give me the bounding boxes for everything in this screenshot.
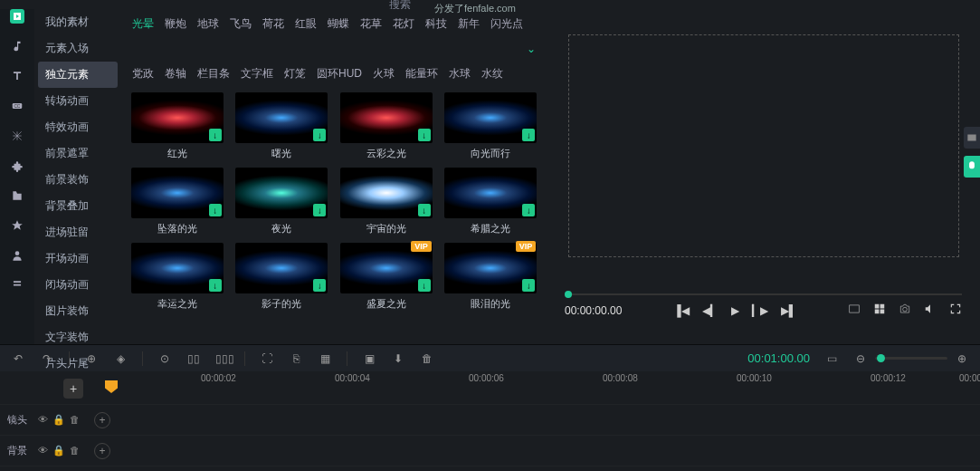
lock-icon[interactable]: 🔒: [52, 445, 65, 457]
add-track-button[interactable]: +: [63, 379, 83, 399]
marker-icon[interactable]: ◈: [113, 352, 128, 365]
thumbnail-card[interactable]: ↓向光而行: [442, 92, 540, 160]
tab[interactable]: 新年: [458, 16, 480, 32]
thumbnail-card[interactable]: ↓VIP眼泪的光: [442, 243, 540, 311]
download-icon[interactable]: ↓: [209, 279, 222, 292]
person-icon[interactable]: [10, 248, 24, 263]
zoom-in-icon[interactable]: ⊕: [955, 352, 969, 365]
delete-icon[interactable]: 🗑: [420, 352, 434, 365]
visibility-icon[interactable]: 👁: [38, 414, 48, 426]
thumbnail-image[interactable]: ↓VIP: [340, 243, 433, 293]
more-icon[interactable]: [10, 278, 24, 293]
download-icon[interactable]: ↓: [522, 204, 535, 216]
add-clip-button[interactable]: +: [94, 443, 110, 459]
tab[interactable]: 党政: [132, 66, 154, 82]
tab[interactable]: 花草: [360, 16, 382, 32]
tab[interactable]: 鞭炮: [165, 16, 186, 32]
thumbnail-card[interactable]: ↓红光: [128, 92, 226, 160]
add-icon[interactable]: ⊕: [84, 352, 99, 365]
visibility-icon[interactable]: 👁: [38, 445, 48, 457]
image-icon[interactable]: ▣: [362, 352, 376, 365]
zoom-handle[interactable]: [877, 354, 885, 362]
download-icon[interactable]: ↓: [209, 204, 222, 216]
download-icon[interactable]: ↓: [313, 129, 326, 141]
crop-icon[interactable]: ⛶: [260, 352, 274, 365]
fit-icon[interactable]: ▭: [824, 352, 839, 365]
download-icon[interactable]: ↓: [418, 279, 431, 292]
tab[interactable]: 地球: [197, 16, 219, 32]
download-icon[interactable]: ↓: [313, 279, 326, 292]
zoom-slider[interactable]: [875, 357, 947, 360]
star-icon[interactable]: [10, 218, 24, 233]
text-icon[interactable]: [10, 69, 24, 83]
right-tab-2[interactable]: [964, 156, 980, 178]
sidebar-item[interactable]: 闭场动画: [38, 272, 118, 298]
copy-icon[interactable]: ⎘: [289, 352, 303, 365]
folder-icon[interactable]: [10, 188, 24, 203]
skip-end-icon[interactable]: ▶▌: [781, 304, 797, 317]
zoom-out-icon[interactable]: ⊖: [853, 352, 868, 365]
thumbnail-card[interactable]: ↓夜光: [233, 168, 331, 236]
tab[interactable]: 火球: [373, 66, 395, 82]
thumbnail-card[interactable]: ↓影子的光: [233, 243, 331, 311]
tab[interactable]: 蝴蝶: [328, 16, 349, 32]
sidebar-item[interactable]: 背景叠加: [38, 193, 118, 219]
tab[interactable]: 水纹: [481, 66, 503, 82]
add-clip-button[interactable]: +: [94, 412, 110, 428]
sidebar-item[interactable]: 前景装饰: [38, 167, 118, 193]
tab[interactable]: 水球: [449, 66, 471, 82]
download-icon[interactable]: ↓: [313, 204, 326, 216]
sidebar-item[interactable]: 元素入场: [38, 35, 118, 62]
download-icon[interactable]: ↓: [209, 129, 222, 141]
tab[interactable]: 文字框: [241, 66, 273, 82]
volume-icon[interactable]: [924, 303, 937, 318]
thumbnail-image[interactable]: ↓: [340, 92, 433, 143]
progress-bar[interactable]: [565, 293, 962, 295]
tab[interactable]: 圆环HUD: [317, 66, 362, 82]
tab[interactable]: 栏目条: [197, 66, 230, 82]
undo-icon[interactable]: ↶: [11, 352, 25, 365]
thumbnail-card[interactable]: ↓坠落的光: [128, 168, 226, 236]
extension-icon[interactable]: [10, 159, 24, 173]
texture-icon[interactable]: [10, 129, 24, 143]
redo-icon[interactable]: ↷: [40, 352, 54, 365]
play-icon[interactable]: ▶: [731, 304, 739, 317]
export-icon[interactable]: ⬇: [391, 352, 405, 365]
media-icon[interactable]: [10, 9, 24, 24]
timeline-ruler[interactable]: 00:00:02 00:00:04 00:00:06 00:00:08 00:0…: [0, 371, 980, 386]
sidebar-item[interactable]: 转场动画: [38, 88, 118, 114]
preview-canvas[interactable]: [568, 34, 959, 257]
thumbnail-image[interactable]: ↓: [444, 92, 537, 143]
progress-handle[interactable]: [565, 291, 572, 298]
camera-icon[interactable]: [899, 303, 911, 318]
download-icon[interactable]: ↓: [522, 279, 535, 292]
sidebar-item[interactable]: 开场动画: [38, 245, 118, 272]
tab[interactable]: 红眼: [295, 16, 317, 32]
thumbnail-card[interactable]: ↓宇宙的光: [338, 168, 435, 236]
tab[interactable]: 能量环: [405, 66, 438, 82]
caption-icon[interactable]: CC: [10, 99, 24, 113]
download-icon[interactable]: ↓: [418, 204, 431, 216]
tab[interactable]: 光晕: [132, 16, 154, 32]
thumbnail-image[interactable]: ↓VIP: [444, 243, 537, 293]
thumbnail-card[interactable]: ↓幸运之光: [128, 243, 226, 311]
delete-track-icon[interactable]: 🗑: [70, 414, 80, 426]
lock-icon[interactable]: 🔒: [52, 414, 65, 426]
tab[interactable]: 花灯: [393, 16, 414, 32]
skip-start-icon[interactable]: ▐◀: [673, 304, 690, 317]
sidebar-item[interactable]: 进场驻留: [38, 219, 118, 245]
thumbnail-image[interactable]: ↓: [131, 168, 224, 218]
split-icon[interactable]: ▯▯: [186, 352, 201, 365]
playhead-icon[interactable]: [105, 380, 118, 393]
download-icon[interactable]: ↓: [522, 129, 535, 141]
right-tab-1[interactable]: [964, 127, 980, 149]
sidebar-item[interactable]: 独立元素: [38, 62, 118, 88]
sidebar-item[interactable]: 我的素材: [38, 9, 118, 35]
thumbnail-card[interactable]: ↓云彩之光: [338, 92, 435, 160]
sidebar-item[interactable]: 前景遮罩: [38, 140, 118, 167]
download-icon[interactable]: ↓: [418, 129, 431, 141]
thumbnail-image[interactable]: ↓: [131, 243, 224, 293]
sidebar-item[interactable]: 特效动画: [38, 114, 118, 140]
sidebar-item[interactable]: 图片装饰: [38, 298, 118, 324]
split-all-icon[interactable]: ▯▯▯: [215, 352, 230, 365]
